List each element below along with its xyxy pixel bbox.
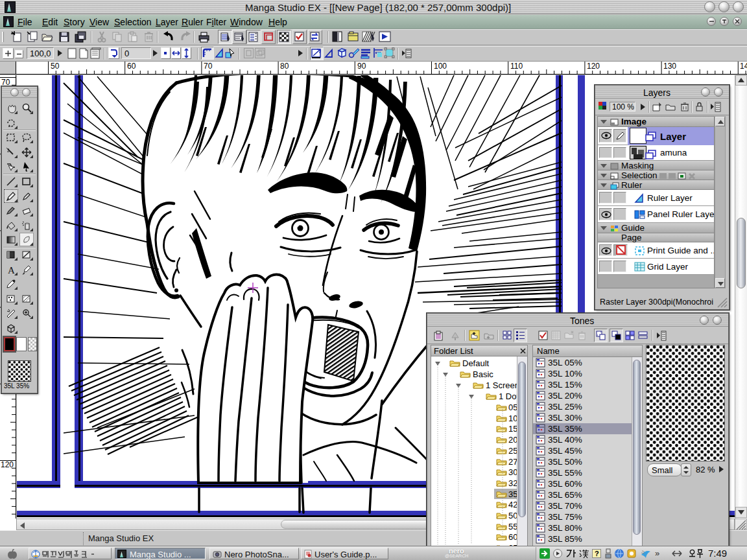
svg-text:80: 80 (280, 62, 289, 71)
svg-text:100: 100 (434, 62, 447, 71)
svg-text:50: 50 (51, 62, 60, 71)
svg-text:60: 60 (127, 62, 136, 71)
svg-text:70: 70 (204, 62, 213, 71)
svg-text:90: 90 (357, 62, 366, 71)
svg-text:120: 120 (1, 460, 14, 469)
svg-text:110: 110 (510, 62, 523, 71)
svg-text:120: 120 (587, 62, 600, 71)
svg-text:14: 14 (740, 62, 747, 71)
svg-text:70: 70 (1, 78, 10, 87)
svg-text:130: 130 (663, 62, 676, 71)
